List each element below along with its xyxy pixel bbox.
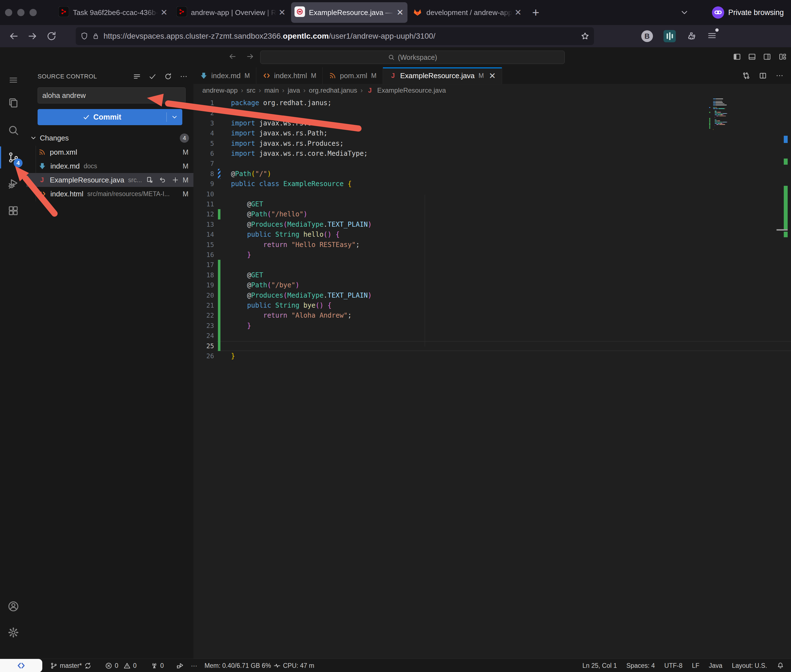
md-file-icon (38, 162, 47, 170)
bell-icon[interactable] (777, 662, 784, 669)
settings-gear-icon[interactable] (0, 620, 26, 645)
extensions-puzzle-icon[interactable] (686, 31, 696, 41)
editor-tab[interactable]: J ExampleResource.java M✕ (383, 67, 502, 84)
back-icon[interactable] (8, 31, 19, 42)
browser-tab[interactable]: andrew-app | Overview | Red Ha ✕ (173, 2, 289, 23)
tab-list-chevron-icon[interactable] (680, 8, 689, 17)
code-line: 8@Path("/") (193, 169, 791, 179)
problems-status[interactable]: 0 0 (105, 662, 136, 669)
stage-changes-icon[interactable] (172, 176, 179, 184)
refresh-icon[interactable] (164, 72, 172, 81)
code-line: 7 (193, 158, 791, 168)
tab-close-icon[interactable]: ✕ (279, 8, 286, 17)
more-status[interactable]: ··· (191, 662, 197, 669)
app-root: Task 9a6f2be6-ccac-436b-923 ✕ andrew-app… (0, 0, 791, 672)
overview-ruler[interactable] (784, 67, 788, 659)
language-status[interactable]: Java (709, 662, 722, 669)
code-area[interactable]: 1package org.redhat.janus;23import javax… (193, 97, 791, 659)
window-zoom-button[interactable] (29, 9, 37, 16)
editor-forward-icon[interactable] (246, 52, 254, 61)
editor-tab[interactable]: index.md M (193, 67, 256, 84)
commit-dropdown-button[interactable] (167, 114, 182, 121)
breadcrumb-item[interactable]: ExampleResource.java (377, 86, 446, 94)
browser-tab[interactable]: ExampleResource.java — (Works ✕ (291, 2, 408, 23)
cursor-position[interactable]: Ln 25, Col 1 (582, 662, 617, 669)
command-center-search[interactable]: (Workspace) (260, 51, 565, 64)
tab-close-icon[interactable]: ✕ (160, 8, 168, 17)
toggle-sidebar-icon[interactable] (733, 52, 741, 61)
run-debug-icon[interactable] (0, 171, 26, 196)
scm-more-icon[interactable] (180, 72, 188, 81)
tab-close-icon[interactable]: ✕ (489, 71, 496, 81)
scm-file-row[interactable]: pom.xml M (26, 145, 193, 159)
editor-tab[interactable]: pom.xml M (322, 67, 383, 84)
toggle-panel-icon[interactable] (748, 52, 756, 61)
breadcrumb-item[interactable]: main (265, 86, 279, 94)
browser-tab[interactable]: development / andrew-app · Git ✕ (409, 2, 525, 23)
code-line: 26} (193, 351, 791, 361)
tab-close-icon[interactable]: ✕ (396, 8, 404, 17)
breadcrumb-item[interactable]: andrew-app (202, 86, 238, 94)
minimap[interactable] (712, 98, 743, 133)
remote-indicator[interactable] (0, 659, 42, 672)
window-minimize-button[interactable] (17, 9, 24, 16)
customize-layout-icon[interactable] (778, 52, 787, 61)
extensions-icon[interactable] (0, 198, 26, 224)
reload-icon[interactable] (46, 31, 57, 42)
window-close-button[interactable] (5, 9, 12, 16)
url-bar[interactable]: https://devspaces.apps.cluster-z7zmt.san… (76, 27, 594, 45)
account-icon[interactable] (0, 594, 26, 619)
changes-header[interactable]: Changes 4 (30, 132, 189, 144)
added-gutter-mark (218, 290, 220, 301)
menu-icon[interactable] (0, 67, 26, 93)
explorer-icon[interactable] (0, 90, 26, 116)
profile-badge[interactable]: B (641, 30, 653, 42)
added-gutter-mark (218, 301, 220, 310)
tab-close-icon[interactable]: ✕ (515, 8, 521, 17)
ports-status[interactable]: 0 (151, 662, 164, 669)
forward-icon[interactable] (27, 31, 38, 42)
browser-tab[interactable]: Task 9a6f2be6-ccac-436b-923 ✕ (55, 2, 172, 23)
editor-back-icon[interactable] (228, 52, 237, 61)
app-menu-button[interactable] (707, 30, 717, 42)
commit-message-input[interactable] (38, 87, 186, 104)
discard-changes-icon[interactable] (159, 176, 167, 184)
breadcrumb-item[interactable]: org.redhat.janus (309, 86, 357, 94)
commit-button[interactable]: Commit (38, 109, 182, 125)
container-tab-icon[interactable] (664, 30, 676, 42)
java-file-icon: J (389, 72, 397, 80)
editor-more-icon[interactable] (775, 72, 784, 80)
error-icon (105, 662, 112, 669)
new-tab-button[interactable]: + (532, 6, 539, 19)
line-number: 7 (193, 158, 214, 168)
source-control-icon[interactable]: 4 (0, 145, 26, 170)
breadcrumb-item[interactable]: src (247, 86, 255, 94)
md-file-icon (199, 72, 208, 80)
bookmark-star-icon[interactable] (581, 32, 589, 41)
split-editor-icon[interactable] (759, 72, 767, 80)
shield-icon[interactable] (80, 32, 88, 40)
memory-status[interactable]: Mem: 0.40/6.71 GB 6% CPU: 47 m (205, 662, 314, 669)
debug-status[interactable] (176, 662, 184, 669)
indentation-status[interactable]: Spaces: 4 (626, 662, 655, 669)
branch-status[interactable]: master* (50, 662, 91, 669)
view-as-list-icon[interactable] (133, 72, 141, 81)
search-icon[interactable] (0, 117, 26, 143)
commit-check-icon[interactable] (148, 72, 157, 81)
encoding-status[interactable]: UTF-8 (664, 662, 682, 669)
breadcrumb-item[interactable]: java (288, 86, 300, 94)
scm-file-row[interactable]: J ExampleResource.java src... M (26, 173, 193, 187)
open-file-icon[interactable] (146, 176, 154, 184)
editor-tab[interactable]: index.html M (256, 67, 323, 84)
toggle-secondary-sidebar-icon[interactable] (763, 52, 772, 61)
open-changes-icon[interactable] (742, 72, 750, 80)
changes-count-badge: 4 (180, 133, 189, 143)
html-file-icon (38, 190, 47, 198)
scm-file-row[interactable]: index.html src/main/resources/META-I... … (26, 187, 193, 201)
scm-file-row[interactable]: index.md docs M (26, 159, 193, 173)
eol-status[interactable]: LF (692, 662, 700, 669)
keyboard-layout-status[interactable]: Layout: U.S. (732, 662, 767, 669)
lock-icon[interactable] (92, 32, 99, 40)
breadcrumb: andrew-app›src›main›java›org.redhat.janu… (202, 84, 791, 97)
line-number: 11 (193, 199, 214, 209)
